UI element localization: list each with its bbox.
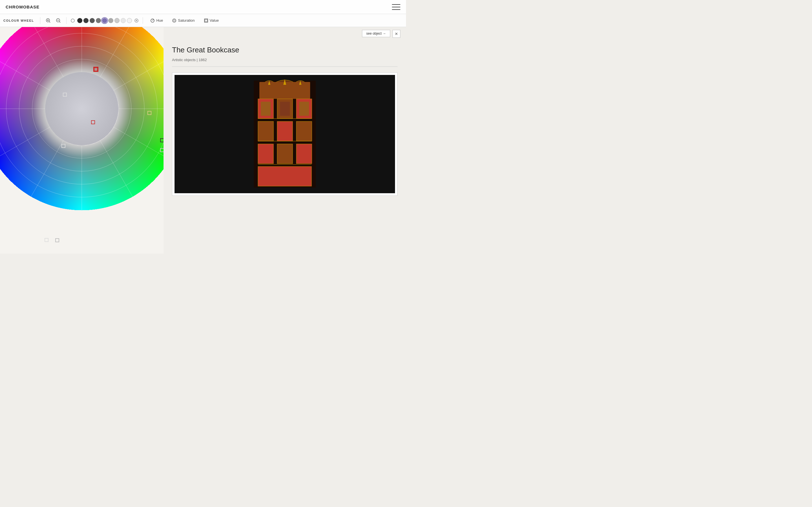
close-button[interactable]: ✕ — [393, 30, 400, 38]
marker-2[interactable] — [91, 120, 95, 124]
toolbar-separator-1 — [40, 17, 40, 24]
svg-point-11 — [172, 19, 176, 22]
dot-3[interactable] — [90, 18, 95, 23]
marker-0[interactable] — [94, 67, 98, 71]
zoom-in-button[interactable] — [44, 17, 52, 24]
object-meta: Artistic objects | 1862 — [172, 58, 398, 67]
dot-6[interactable] — [108, 18, 113, 23]
marker-6[interactable] — [61, 144, 65, 148]
object-title: The Great Bookcase — [172, 46, 398, 54]
zoom-out-button[interactable] — [54, 17, 62, 24]
dot-1[interactable] — [77, 18, 82, 23]
marker-7[interactable] — [45, 238, 49, 242]
toolbar-separator-3 — [143, 17, 143, 24]
dot-slider[interactable] — [77, 18, 132, 23]
object-image-container — [172, 72, 398, 196]
svg-rect-32 — [258, 166, 312, 186]
filter-saturation-button[interactable]: Saturation — [168, 17, 198, 24]
range-max-icon — [134, 18, 139, 23]
toolbar-label: COLOUR WHEEL — [3, 19, 34, 22]
dot-7[interactable] — [114, 18, 119, 23]
svg-rect-31 — [296, 144, 312, 164]
svg-rect-28 — [296, 121, 312, 141]
svg-point-12 — [173, 20, 175, 21]
svg-rect-14 — [205, 19, 207, 22]
object-year: 1862 — [199, 58, 207, 62]
marker-4[interactable] — [160, 138, 163, 142]
marker-8[interactable] — [55, 238, 59, 242]
marker-5[interactable] — [160, 148, 163, 152]
svg-line-3 — [49, 22, 50, 22]
object-detail-panel: ✕ see object → The Great Bookcase Artist… — [163, 27, 406, 253]
dot-2[interactable] — [84, 18, 89, 23]
dot-8[interactable] — [121, 18, 126, 23]
marker-1[interactable] — [63, 93, 67, 97]
svg-rect-27 — [277, 121, 293, 141]
svg-point-7 — [71, 19, 74, 22]
dot-4[interactable] — [96, 18, 101, 23]
dot-9[interactable] — [127, 18, 132, 23]
svg-rect-36 — [261, 102, 271, 116]
menu-button[interactable] — [392, 4, 400, 10]
object-image — [174, 75, 395, 193]
svg-rect-37 — [280, 102, 290, 116]
colour-wheel-wrapper — [0, 27, 163, 253]
colour-wheel-panel[interactable] — [0, 27, 163, 253]
svg-line-6 — [59, 22, 60, 22]
marker-3[interactable] — [147, 111, 151, 115]
object-category: Artistic objects — [172, 58, 196, 62]
svg-rect-38 — [299, 102, 309, 116]
svg-rect-30 — [277, 144, 293, 164]
app-logo: CHROMOBASE — [6, 4, 40, 9]
see-object-button[interactable]: see object → — [362, 30, 390, 37]
svg-rect-29 — [258, 144, 273, 164]
toolbar-separator-2 — [66, 17, 66, 24]
filter-value-button[interactable]: Value — [200, 17, 222, 24]
range-min-icon — [70, 18, 75, 23]
svg-rect-26 — [258, 121, 273, 141]
filter-hue-button[interactable]: Hue — [147, 17, 166, 24]
dot-5[interactable] — [102, 18, 107, 23]
